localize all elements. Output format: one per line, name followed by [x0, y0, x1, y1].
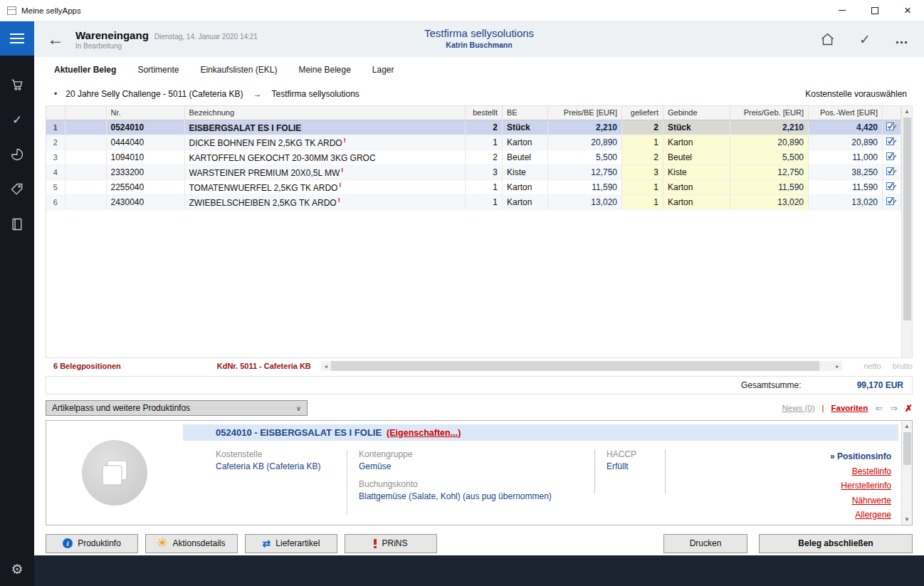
scroll-up-icon[interactable]: ▲ [902, 421, 912, 431]
herstellerinfo-link[interactable]: Herstellerinfo [830, 478, 891, 493]
column-header-pos-wert[interactable]: Pos.-Wert [EUR] [809, 106, 883, 120]
checkmark-icon[interactable]: ✓ [9, 112, 25, 127]
cell-preis-geb[interactable]: 13,020 [730, 194, 809, 209]
tab-einkaufslisten[interactable]: Einkaufslisten (EKL) [200, 65, 277, 75]
cell-gebinde[interactable]: Karton [663, 194, 730, 209]
scroll-up-icon[interactable]: ▲ [902, 106, 912, 117]
settings-gear-icon[interactable]: ⚙ [11, 561, 23, 577]
positionsinfo-link[interactable]: » Positionsinfo [830, 449, 891, 464]
favorites-link[interactable]: Favoriten [831, 404, 868, 412]
horizontal-scrollbar[interactable]: ◄ ► [321, 361, 843, 371]
table-row[interactable]: 4 2333200 WARSTEINER PREMIUM 20X0,5L MW!… [46, 164, 901, 179]
kostenstelle-vorauswaehlen-link[interactable]: Kostenstelle vorauswählen [805, 89, 907, 99]
cell-gebinde[interactable]: Karton [663, 179, 730, 194]
column-header-nr[interactable]: Nr. [106, 106, 184, 120]
panel-scrollbar[interactable]: ▲ ▼ [901, 421, 912, 525]
column-header-bezeichnung[interactable]: Bezeichnung [184, 106, 466, 120]
hamburger-menu-button[interactable] [0, 21, 34, 56]
table-row[interactable]: 3 1094010 KARTOFFELN GEKOCHT 20-30MM 3KG… [46, 150, 901, 164]
maximize-icon [871, 7, 878, 14]
cell-geliefert[interactable]: 1 [622, 194, 663, 209]
brutto-toggle[interactable]: brutto [893, 362, 913, 370]
scroll-left-icon[interactable]: ◄ [321, 361, 331, 371]
column-header-bestellt[interactable]: bestellt [466, 106, 503, 120]
aktionsdetails-button[interactable]: Aktionsdetails [145, 534, 238, 553]
maximize-button[interactable] [859, 0, 891, 21]
cell-name: WARSTEINER PREMIUM 20X0,5L MW! [184, 164, 466, 179]
header-title-block: Wareneingang Dienstag, 14. Januar 2020 1… [75, 29, 258, 50]
edit-check-icon[interactable] [883, 194, 901, 209]
table-row[interactable]: 6 2430040 ZWIEBELSCHEIBEN 2,5KG TK ARDO!… [46, 194, 901, 209]
drucken-button[interactable]: Drucken [663, 534, 747, 553]
minimize-button[interactable] [826, 0, 859, 21]
product-info-dropdown[interactable]: Artikelpass und weitere Produktinfos ∨ [46, 400, 308, 416]
cell-preis-geb[interactable]: 20,890 [730, 135, 809, 150]
nav-right-icon[interactable]: ⇒ [890, 403, 898, 414]
table-row[interactable]: 2 0444040 DICKE BOHNEN FEIN 2,5KG TK ARD… [46, 135, 901, 150]
edit-check-icon[interactable] [883, 120, 901, 135]
cell-geliefert[interactable]: 3 [622, 164, 663, 179]
cell-preis-geb[interactable]: 12,750 [730, 164, 809, 179]
cell-be: Stück [503, 120, 548, 135]
cell-gebinde[interactable]: Stück [663, 120, 730, 135]
more-options-icon[interactable]: … [895, 31, 910, 47]
cell-preis-geb[interactable]: 5,500 [730, 150, 809, 164]
table-row[interactable]: 5 2255040 TOMATENWUERFEL 2,5KG TK ARDO! … [46, 179, 901, 194]
close-button[interactable]: × [891, 0, 924, 21]
cell-geliefert[interactable]: 1 [622, 135, 663, 150]
tab-lager[interactable]: Lager [372, 65, 394, 75]
column-header-preis-geb[interactable]: Preis/Geb. [EUR] [730, 106, 809, 120]
scroll-right-icon[interactable]: ► [832, 361, 842, 371]
allergene-link[interactable]: Allergene [830, 508, 891, 523]
lieferartikel-button[interactable]: ⇄ Lieferartikel [245, 534, 337, 553]
news-link[interactable]: News (0) [782, 404, 815, 412]
cell-pos-wert: 20,890 [809, 135, 883, 150]
edit-check-icon[interactable] [883, 150, 901, 164]
cell-geliefert[interactable]: 2 [622, 150, 663, 164]
edit-check-icon[interactable] [883, 135, 901, 150]
back-button[interactable]: ← [47, 31, 64, 48]
catalog-icon[interactable] [9, 216, 25, 232]
kostenstelle-label: Kostenstelle [216, 449, 347, 459]
pie-chart-icon[interactable] [9, 147, 25, 162]
cart-icon[interactable] [9, 77, 25, 93]
nav-left-icon[interactable]: ⇐ [875, 403, 883, 414]
edit-check-icon[interactable] [883, 164, 901, 179]
column-header-be[interactable]: BE [503, 106, 548, 120]
price-tag-icon[interactable] [9, 182, 25, 197]
scroll-down-icon[interactable]: ▼ [902, 514, 912, 525]
beleg-abschliessen-button[interactable]: Beleg abschließen [759, 534, 913, 553]
cell-geliefert[interactable]: 2 [622, 120, 663, 135]
column-header-gebinde[interactable]: Gebinde [663, 106, 730, 120]
produktinfo-button[interactable]: i Produktinfo [46, 534, 138, 553]
close-panel-icon[interactable]: ✗ [905, 403, 913, 414]
scrollbar-thumb[interactable] [331, 361, 820, 371]
home-icon[interactable] [820, 32, 835, 47]
vertical-scrollbar[interactable]: ▲ [901, 106, 912, 357]
cell-gebinde[interactable]: Beutel [663, 150, 730, 164]
column-header-geliefert[interactable]: geliefert [622, 106, 663, 120]
breadcrumb-source[interactable]: 20 Jahre Selly Challenge - 5011 (Cafeter… [65, 89, 243, 99]
scrollbar-thumb[interactable] [903, 432, 911, 465]
tab-meine-belege[interactable]: Meine Belege [298, 65, 350, 75]
naehrwerte-link[interactable]: Nährwerte [830, 493, 891, 508]
cell-bestellt: 2 [466, 150, 503, 164]
netto-toggle[interactable]: netto [863, 362, 881, 370]
breadcrumb-target[interactable]: Testfirma sellysolutions [271, 89, 359, 99]
scrollbar-thumb[interactable] [903, 117, 911, 320]
table-row[interactable]: 1 0524010 EISBERGSALAT ES I FOLIE 2 Stüc… [46, 120, 901, 135]
prins-button[interactable]: PRiNS [345, 534, 437, 553]
tab-sortimente[interactable]: Sortimente [137, 65, 179, 75]
cell-preis-geb[interactable]: 11,590 [730, 179, 809, 194]
eigenschaften-link[interactable]: (Eigenschaften...) [387, 428, 461, 438]
column-header-preis-be[interactable]: Preis/BE [EUR] [548, 106, 622, 120]
cell-gebinde[interactable]: Karton [663, 135, 730, 150]
tab-aktueller-beleg[interactable]: Aktueller Beleg [54, 65, 116, 75]
product-image-placeholder[interactable] [82, 440, 147, 506]
cell-gebinde[interactable]: Kiste [663, 164, 730, 179]
edit-check-icon[interactable] [883, 179, 901, 194]
approve-icon[interactable]: ✓ [859, 31, 871, 48]
cell-geliefert[interactable]: 1 [622, 179, 663, 194]
cell-preis-geb[interactable]: 2,210 [730, 120, 809, 135]
bestellinfo-link[interactable]: Bestellinfo [830, 464, 891, 479]
